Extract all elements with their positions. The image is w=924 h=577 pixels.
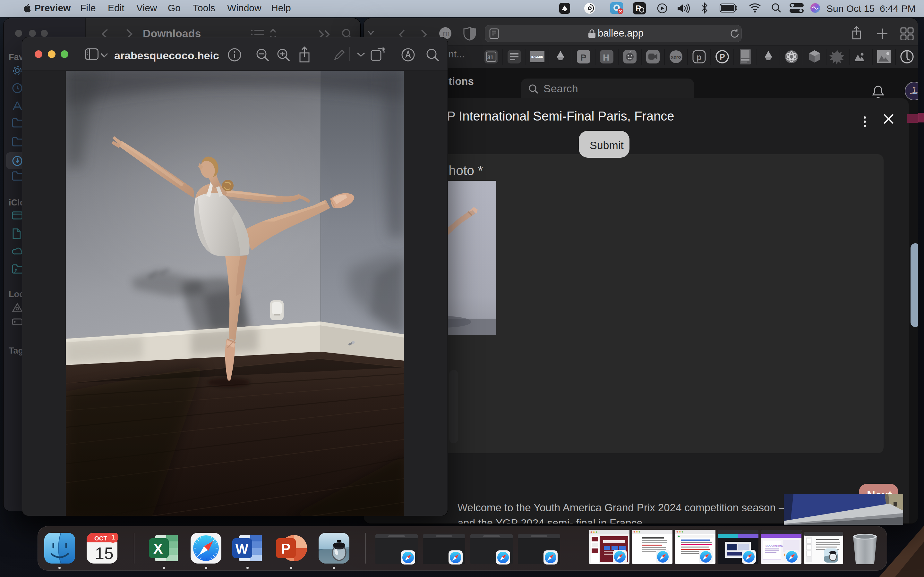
svg-text:p: p: [696, 53, 701, 61]
svg-text:H: H: [603, 53, 609, 63]
svg-text:OCT: OCT: [94, 535, 107, 542]
svg-text:31: 31: [487, 55, 493, 61]
svg-text:P: P: [720, 52, 725, 61]
svg-text:MODERNIZING: MODERNIZING: [766, 544, 784, 547]
svg-text:X: X: [153, 541, 163, 556]
svg-text:15: 15: [95, 544, 113, 562]
svg-text:W: W: [236, 542, 248, 556]
svg-text:BALLEE: BALLEE: [531, 55, 543, 58]
svg-text:P: P: [580, 53, 586, 63]
svg-text:1: 1: [111, 533, 115, 541]
svg-text:xero: xero: [671, 54, 681, 60]
svg-text:P: P: [281, 541, 290, 556]
